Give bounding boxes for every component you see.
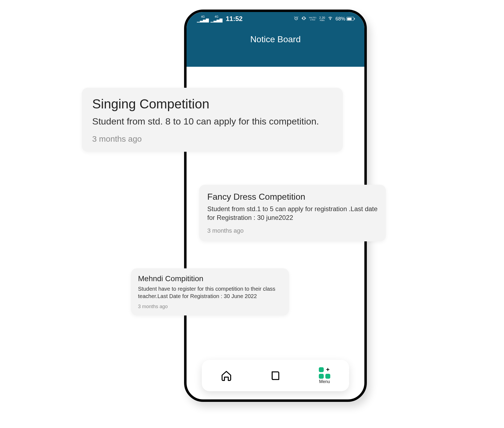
wifi-icon <box>328 16 333 22</box>
battery-percent: 68% <box>335 16 345 22</box>
notice-card[interactable]: Singing Competition Student from std. 8 … <box>82 88 343 152</box>
notice-card[interactable]: Fancy Dress Competition Student from std… <box>199 185 386 241</box>
notice-title: Fancy Dress Competition <box>207 192 378 202</box>
lte-indicator: VoLTE1 LTE2 <box>309 17 317 21</box>
notice-card[interactable]: Mehndi Compitition Student have to regis… <box>131 268 289 315</box>
book-icon <box>270 370 281 381</box>
notice-title: Mehndi Compitition <box>138 274 282 283</box>
alarm-icon <box>294 16 299 22</box>
signal-indicator-2: 4G ▁▃▅▇ <box>211 16 223 22</box>
notice-body: Student from std.1 to 5 can apply for re… <box>207 205 378 222</box>
nav-menu-label: Menu <box>319 379 330 384</box>
page-title: Notice Board <box>187 34 364 44</box>
menu-grid-icon: + <box>319 367 330 379</box>
notice-time: 3 months ago <box>92 134 332 144</box>
nav-menu[interactable]: + Menu <box>319 367 330 384</box>
svg-rect-1 <box>303 17 305 20</box>
status-bar: 4G ▁▃▅▇ 4G ▁▃▅▇ 11:52 VoLTE1 LTE2 <box>187 12 364 26</box>
status-left: 4G ▁▃▅▇ 4G ▁▃▅▇ 11:52 <box>197 15 242 23</box>
data-speed-indicator: 2.20 KB/s <box>319 16 325 22</box>
notice-time: 3 months ago <box>138 304 282 309</box>
signal-1-bars-icon: ▁▃▅▇ <box>197 18 209 22</box>
notice-time: 3 months ago <box>207 227 378 234</box>
battery-indicator: 68% <box>335 16 354 22</box>
status-right: VoLTE1 LTE2 2.20 KB/s 68% <box>294 16 354 22</box>
speed-value: 2.20 <box>319 16 325 19</box>
notice-body: Student from std. 8 to 10 can apply for … <box>92 115 332 128</box>
nav-book[interactable] <box>270 370 281 381</box>
signal-indicator-1: 4G ▁▃▅▇ <box>197 16 209 22</box>
notice-title: Singing Competition <box>92 96 332 111</box>
status-time: 11:52 <box>226 15 242 23</box>
lte-bot-label: LTE2 <box>310 19 315 21</box>
bottom-nav: + Menu <box>202 360 349 391</box>
nav-home[interactable] <box>221 370 232 381</box>
signal-2-bars-icon: ▁▃▅▇ <box>211 18 223 22</box>
svg-point-2 <box>330 19 331 20</box>
speed-unit: KB/s <box>320 19 325 22</box>
notice-body: Student have to register for this compet… <box>138 285 282 300</box>
home-icon <box>221 370 232 381</box>
vibrate-icon <box>301 16 306 22</box>
battery-icon <box>346 17 354 21</box>
app-header: Notice Board <box>187 26 364 67</box>
